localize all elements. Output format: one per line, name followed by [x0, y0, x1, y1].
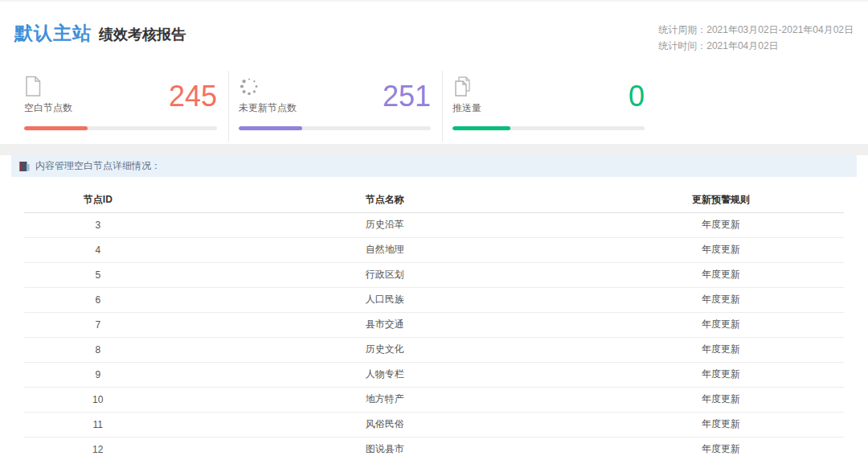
column-header-node-name: 节点名称	[172, 188, 598, 212]
table-row: 6人口民族年度更新	[24, 287, 844, 312]
section-header: 内容管理空白节点详细情况：	[11, 155, 857, 177]
node-name-cell: 行政区划	[172, 262, 598, 287]
table-row: 11风俗民俗年度更新	[24, 412, 844, 437]
stat-card-push-volume: 推送量 0	[442, 71, 656, 142]
node-name-cell: 历史文化	[172, 337, 598, 362]
table-row: 8历史文化年度更新	[24, 337, 844, 362]
column-header-update-rule: 更新预警规则	[598, 188, 844, 212]
table-header-row: 节点ID 节点名称 更新预警规则	[24, 188, 844, 212]
node-id-cell: 12	[24, 437, 172, 456]
node-id-cell: 8	[24, 337, 172, 362]
stat-time-text: 统计时间：2021年04月02日	[658, 38, 854, 54]
update-rule-cell: 年度更新	[598, 437, 844, 456]
node-id-cell: 4	[24, 237, 172, 262]
update-rule-cell: 年度更新	[598, 412, 844, 437]
update-rule-cell: 年度更新	[598, 287, 844, 312]
update-rule-cell: 年度更新	[598, 387, 844, 412]
stat-card-blank-nodes: 空白节点数 245	[14, 71, 228, 142]
stat-period-text: 统计周期：2021年03月02日-2021年04月02日	[658, 22, 854, 38]
table-row: 3历史沿革年度更新	[24, 212, 844, 237]
nodes-table: 节点ID 节点名称 更新预警规则 3历史沿革年度更新4自然地理年度更新5行政区划…	[24, 188, 844, 456]
node-name-cell: 人口民族	[172, 287, 598, 312]
section-title: 内容管理空白节点详细情况：	[35, 159, 161, 173]
update-rule-cell: 年度更新	[598, 237, 844, 262]
progress-fill	[452, 126, 510, 130]
stat-card-not-updated-nodes: 未更新节点数 251	[228, 71, 442, 142]
node-id-cell: 6	[24, 287, 172, 312]
node-name-cell: 自然地理	[172, 237, 598, 262]
update-rule-cell: 年度更新	[598, 337, 844, 362]
card-info: 空白节点数	[24, 76, 72, 119]
node-id-cell: 3	[24, 212, 172, 237]
node-name-cell: 地方特产	[172, 387, 598, 412]
stat-card-label: 未更新节点数	[239, 101, 297, 115]
node-name-cell: 风俗民俗	[172, 412, 598, 437]
table-row: 4自然地理年度更新	[24, 237, 844, 262]
node-id-cell: 10	[24, 387, 172, 412]
progress-bar	[452, 126, 645, 130]
node-id-cell: 9	[24, 362, 172, 387]
node-id-cell: 5	[24, 262, 172, 287]
node-name-cell: 人物专栏	[172, 362, 598, 387]
report-meta: 统计周期：2021年03月02日-2021年04月02日 统计时间：2021年0…	[658, 21, 855, 54]
update-rule-cell: 年度更新	[598, 262, 844, 287]
card-info: 推送量	[452, 76, 481, 119]
page-title: 绩效考核报告	[99, 27, 186, 43]
progress-fill	[239, 126, 302, 130]
progress-bar	[24, 126, 217, 130]
report-icon	[19, 161, 30, 172]
stat-card-value: 251	[383, 76, 431, 117]
table-row: 10地方特产年度更新	[24, 387, 844, 412]
progress-bar	[239, 126, 431, 130]
table-row: 12图说县市年度更新	[24, 437, 844, 456]
update-rule-cell: 年度更新	[598, 362, 844, 387]
node-name-cell: 图说县市	[172, 437, 598, 456]
column-header-node-id: 节点ID	[24, 188, 172, 212]
node-name-cell: 县市交通	[172, 312, 598, 337]
stat-card-value: 245	[169, 76, 217, 117]
document-icon	[24, 76, 72, 97]
card-info: 未更新节点数	[239, 76, 297, 119]
title-group: 默认主站绩效考核报告	[14, 21, 186, 46]
performance-report-page: 默认主站绩效考核报告 统计周期：2021年03月02日-2021年04月02日 …	[0, 2, 868, 456]
table-row: 9人物专栏年度更新	[24, 362, 844, 387]
card-content: 推送量 0	[452, 76, 645, 119]
progress-fill	[24, 126, 88, 130]
page-header: 默认主站绩效考核报告 统计周期：2021年03月02日-2021年04月02日 …	[0, 2, 868, 71]
nodes-table-body: 3历史沿革年度更新4自然地理年度更新5行政区划年度更新6人口民族年度更新7县市交…	[24, 212, 844, 456]
stat-card-value: 0	[628, 76, 645, 117]
site-title: 默认主站	[14, 23, 92, 43]
card-content: 空白节点数 245	[24, 76, 217, 119]
divider-band	[0, 144, 868, 155]
node-id-cell: 7	[24, 312, 172, 337]
spinner-icon	[239, 76, 297, 97]
update-rule-cell: 年度更新	[598, 312, 844, 337]
table-row: 5行政区划年度更新	[24, 262, 844, 287]
stat-card-label: 空白节点数	[24, 101, 72, 115]
table-header: 节点ID 节点名称 更新预警规则	[24, 188, 844, 212]
node-name-cell: 历史沿革	[172, 212, 598, 237]
card-content: 未更新节点数 251	[239, 76, 431, 119]
stat-card-label: 推送量	[452, 101, 481, 115]
stat-cards: 空白节点数 245	[14, 71, 657, 142]
table-row: 7县市交通年度更新	[24, 312, 844, 337]
update-rule-cell: 年度更新	[598, 212, 844, 237]
node-id-cell: 11	[24, 412, 172, 437]
copy-icon	[452, 76, 481, 97]
